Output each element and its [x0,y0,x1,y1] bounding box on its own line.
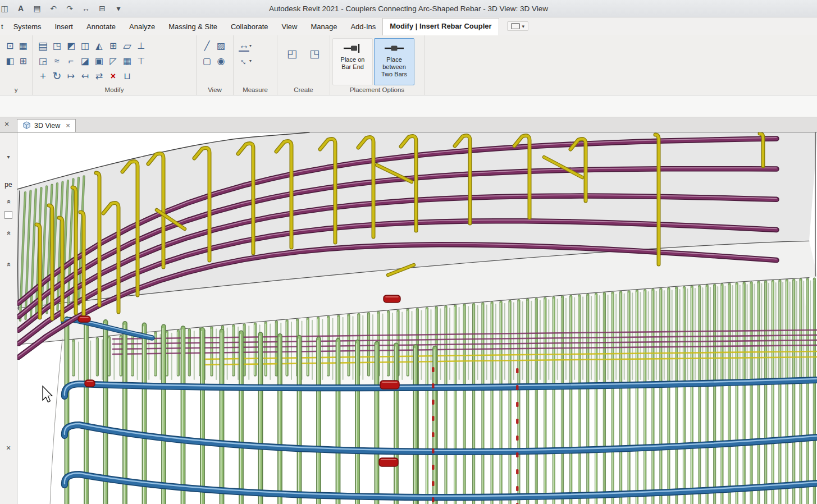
tool-a-icon[interactable]: ⊡ [3,39,17,53]
align-icon[interactable]: ▤ [36,39,50,53]
ribbon-group-measure: ↔▾↔▾ Measure [234,35,277,95]
ribbon-group-placement-options: Place onBar EndPlace betweenTwo Bars Pla… [330,35,425,95]
hide-elements-icon[interactable]: ▢ [200,54,214,68]
array-icon[interactable]: ⊞ [106,39,120,53]
ribbon-group-modify: ▤◳◩◫◭⊞▱⊥◲≈⌐◪▣◸▦⊤+↻↦↤⇄×⊔ Modify [33,35,197,95]
caret-down-icon: ▾ [522,24,525,29]
ribbon-tab-massing-site[interactable]: Massing & Site [162,19,224,35]
view-cube-icon [22,121,31,130]
ribbon-tab-analyze[interactable]: Analyze [122,19,162,35]
mirror-icon[interactable]: ◭ [92,39,106,53]
open-icon[interactable]: ▤ [31,3,43,14]
offset-icon[interactable]: ▱ [120,39,134,53]
create-similar-icon[interactable]: ◲ [36,54,50,68]
group-label: y [0,86,32,93]
title-bar: ◫A▤↶↷↔⊟▾ Autodesk Revit 2021 - Couplers … [0,0,817,17]
unpin-icon[interactable]: ⊤ [134,54,148,68]
mouse-cursor [43,386,52,402]
panel-close-icon[interactable]: × [0,443,17,452]
revit-window: ◫A▤↶↷↔⊟▾ Autodesk Revit 2021 - Couplers … [0,0,817,504]
view-tab-bar: × 3D View × [0,117,817,132]
caret-down-icon[interactable]: ▾ [249,43,252,48]
tool-d-icon[interactable]: ⊞ [17,54,30,68]
ribbon-display-toggle[interactable]: ▾ [507,21,529,31]
ribbon-tab-view[interactable]: View [275,19,304,35]
ribbon-tab-t[interactable]: t [0,19,7,35]
group-label: Placement Options [330,86,424,93]
3d-scene [17,132,817,504]
button-label: Place between [376,56,412,71]
customize-icon[interactable]: ▾ [113,3,124,14]
3d-viewport[interactable] [17,132,817,504]
tool-b-icon[interactable]: ▦ [17,39,30,53]
group-label: View [197,86,233,93]
button-label: Place on [341,56,365,63]
trim-multiple-icon[interactable]: ⇄ [92,69,106,83]
ribbon-tabs: tSystemsInsertAnnotateAnalyzeMassing & S… [0,18,499,35]
collaborate-icon[interactable]: ◫ [0,3,10,14]
coupler-bar-end-icon [343,42,363,54]
tool-c-icon[interactable]: ◧ [3,54,17,68]
scale-icon[interactable]: ◸ [106,54,120,68]
rotate-icon[interactable]: ↻ [50,69,64,83]
ribbon-tab-insert[interactable]: Insert [48,19,80,35]
ribbon-tab-add-ins[interactable]: Add-Ins [344,19,382,35]
chevron-up-icon[interactable]: » [0,228,17,238]
ribbon-tab-modify-insert-rebar-coupler[interactable]: Modify | Insert Rebar Coupler [382,18,499,35]
copy-icon[interactable]: ▣ [92,54,106,68]
button-label: Two Bars [376,71,412,78]
join-icon[interactable]: ⊔ [120,69,134,83]
trim-corner-icon[interactable]: ⌐ [64,54,78,68]
create-parts-icon[interactable]: ◰ [281,47,303,61]
ribbon-tab-systems[interactable]: Systems [7,19,48,35]
ribbon-display-icon [511,23,520,29]
place-between-two-bars-button[interactable]: Place betweenTwo Bars [374,38,414,85]
measure-icon[interactable]: ↔ [80,3,92,14]
pin-icon[interactable]: ⊥ [134,39,148,53]
ribbon-tab-collaborate[interactable]: Collaborate [224,19,275,35]
ribbon-group-partial: ⊡▦◧⊞ y [0,35,33,95]
options-bar [0,95,817,117]
cope-icon[interactable]: ◳ [50,39,64,53]
paint-icon[interactable]: ▨ [214,39,228,53]
extend-single-icon[interactable]: ↦ [64,69,78,83]
paste-icon[interactable]: ▦ [120,54,134,68]
document-tab-3d-view[interactable]: 3D View × [17,119,76,132]
measure-diagonal-icon[interactable]: ↔ [237,54,251,68]
properties-panel-edge: ▾ pe » » » × [0,132,17,504]
split-element-icon[interactable]: ◫ [78,39,92,53]
ribbon-empty-area [425,35,817,95]
ribbon-tab-manage[interactable]: Manage [304,19,344,35]
move-icon[interactable]: + [36,69,50,83]
chevron-up-icon[interactable]: » [0,259,17,269]
tab-close-icon[interactable]: × [66,121,70,130]
coupler-between-bars-icon [384,42,404,54]
ribbon-tab-annotate[interactable]: Annotate [80,19,122,35]
dropdown-caret-icon[interactable]: ▾ [0,154,17,160]
split-gap-icon[interactable]: ◪ [78,54,92,68]
font-icon[interactable]: A [15,3,26,14]
redo-icon[interactable]: ↷ [64,3,75,14]
undo-icon[interactable]: ↶ [48,3,59,14]
create-assembly-icon[interactable]: ◳ [303,47,326,61]
ribbon-tab-bar: tSystemsInsertAnnotateAnalyzeMassing & S… [0,17,817,35]
match-type-icon[interactable]: ≈ [50,54,64,68]
group-label: Measure [234,86,277,93]
ribbon-group-view: ╱▨▢◉ View [197,35,234,95]
extend-trim-icon[interactable]: ◩ [64,39,78,53]
ribbon: ⊡▦◧⊞ y ▤◳◩◫◭⊞▱⊥◲≈⌐◪▣◸▦⊤+↻↦↤⇄×⊔ Modify ╱▨… [0,35,817,95]
delete-icon[interactable]: × [106,69,120,83]
checkbox[interactable] [0,211,17,221]
ribbon-group-create: ◰◳ Create [277,35,330,95]
document-tab-label: 3D View [34,122,60,130]
group-label: Modify [33,86,196,93]
linework-icon[interactable]: ╱ [200,39,214,53]
workspace: ▾ pe » » » × [0,132,817,504]
extend-multiple-icon[interactable]: ↤ [78,69,92,83]
reveal-hidden-icon[interactable]: ◉ [214,54,228,68]
chevron-up-icon[interactable]: » [0,196,17,207]
quick-access-toolbar: ◫A▤↶↷↔⊟▾ [0,3,124,14]
place-on-bar-end-button[interactable]: Place onBar End [332,38,373,85]
section-icon[interactable]: ⊟ [97,3,108,14]
panel-close-icon[interactable]: × [4,120,9,129]
